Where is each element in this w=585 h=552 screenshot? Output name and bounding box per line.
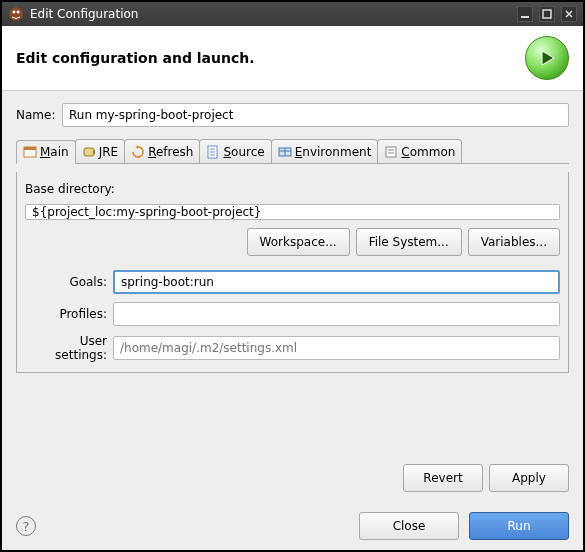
- main-tab-panel: Base directory: Workspace... File System…: [16, 172, 569, 373]
- run-button[interactable]: Run: [469, 512, 569, 540]
- maximize-button[interactable]: [539, 6, 555, 22]
- goals-row: Goals:: [25, 270, 560, 294]
- tab-jre[interactable]: JRE: [75, 139, 125, 163]
- base-dir-buttons: Workspace... File System... Variables...: [25, 228, 560, 256]
- name-label: Name:: [16, 108, 56, 122]
- svg-rect-11: [93, 150, 95, 154]
- profiles-row: Profiles:: [25, 302, 560, 326]
- tab-bar: Main JRE Refresh Source Environment Comm…: [16, 139, 569, 164]
- tab-label: Common: [401, 145, 455, 159]
- base-dir-input[interactable]: [25, 204, 560, 220]
- refresh-tab-icon: [131, 145, 145, 159]
- user-settings-row: User settings:: [25, 334, 560, 362]
- revert-apply-row: Revert Apply: [16, 464, 569, 492]
- close-button[interactable]: [561, 6, 577, 22]
- profiles-input[interactable]: [113, 302, 560, 326]
- svg-marker-12: [136, 145, 139, 149]
- titlebar: Edit Configuration: [2, 2, 583, 26]
- source-tab-icon: [206, 145, 220, 159]
- workspace-button[interactable]: Workspace...: [247, 228, 350, 256]
- profiles-label: Profiles:: [25, 307, 107, 321]
- tab-label: Environment: [295, 145, 372, 159]
- user-settings-label: User settings:: [25, 334, 107, 362]
- svg-rect-4: [543, 10, 551, 18]
- tab-environment[interactable]: Environment: [271, 139, 379, 163]
- edit-configuration-window: Edit Configuration Edit configuration an…: [0, 0, 585, 552]
- svg-rect-3: [521, 16, 529, 18]
- svg-rect-9: [24, 147, 36, 150]
- main-tab-icon: [23, 145, 37, 159]
- apply-button[interactable]: Apply: [489, 464, 569, 492]
- user-settings-input[interactable]: [113, 336, 560, 360]
- tab-label: Refresh: [148, 145, 193, 159]
- tab-common[interactable]: Common: [377, 139, 462, 163]
- svg-marker-7: [542, 51, 554, 65]
- base-dir-label: Base directory:: [25, 182, 560, 196]
- header: Edit configuration and launch.: [2, 26, 583, 91]
- jre-tab-icon: [82, 145, 96, 159]
- filesystem-button[interactable]: File System...: [356, 228, 462, 256]
- run-orb-button[interactable]: [525, 36, 569, 80]
- tab-main[interactable]: Main: [16, 140, 76, 164]
- header-title: Edit configuration and launch.: [16, 50, 525, 66]
- svg-point-2: [17, 11, 20, 14]
- close-dialog-button[interactable]: Close: [359, 512, 459, 540]
- name-row: Name:: [16, 103, 569, 127]
- svg-rect-10: [84, 148, 94, 156]
- svg-point-1: [13, 11, 16, 14]
- tab-label: Source: [223, 145, 264, 159]
- tab-label: Main: [40, 145, 69, 159]
- footer: ? Close Run: [2, 502, 583, 550]
- tab-label: JRE: [99, 145, 118, 159]
- tab-refresh[interactable]: Refresh: [124, 139, 200, 163]
- content-area: Name: Main JRE Refresh Source Envi: [2, 91, 583, 502]
- goals-input[interactable]: [113, 270, 560, 294]
- help-icon[interactable]: ?: [16, 516, 36, 536]
- environment-tab-icon: [278, 145, 292, 159]
- goals-label: Goals:: [25, 275, 107, 289]
- window-title: Edit Configuration: [30, 7, 138, 21]
- svg-rect-20: [386, 147, 396, 157]
- minimize-button[interactable]: [517, 6, 533, 22]
- name-input[interactable]: [62, 103, 569, 127]
- tab-source[interactable]: Source: [199, 139, 271, 163]
- revert-button[interactable]: Revert: [403, 464, 483, 492]
- common-tab-icon: [384, 145, 398, 159]
- variables-button[interactable]: Variables...: [468, 228, 560, 256]
- app-icon: [8, 6, 24, 22]
